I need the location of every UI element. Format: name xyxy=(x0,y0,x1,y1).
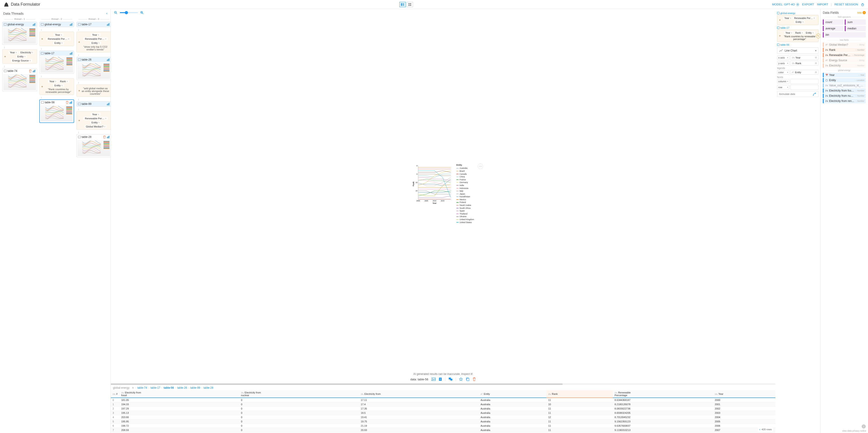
anchor-link[interactable]: table-17 xyxy=(777,26,818,29)
zoom-slider[interactable] xyxy=(120,12,138,13)
prompt-node[interactable]: ✦Year ×Renewable Per… ×Entity × xyxy=(39,32,74,46)
column-header[interactable]: 1²₃Electricity from xyxy=(359,390,479,398)
table-row[interactable]: 1194.33017.4Australia108.21801350782001 xyxy=(111,402,775,407)
encoding-chip[interactable]: Year × xyxy=(91,33,100,36)
encoding-chip[interactable]: Entity × xyxy=(90,121,101,124)
encoding-chip[interactable]: Year × xyxy=(783,17,792,20)
remove-chip-button[interactable]: × xyxy=(55,80,56,83)
column-header[interactable]: 1²₃Rank xyxy=(546,390,613,398)
table-node[interactable]: global-energy+ xyxy=(2,22,37,45)
table-tab[interactable]: table-17 xyxy=(151,386,160,390)
table-node[interactable]: table-17+ xyxy=(76,22,111,27)
row-encoding[interactable]: row▾ xyxy=(777,85,818,90)
horizontal-scrollbar[interactable] xyxy=(111,383,775,385)
encoding-chip[interactable]: Electricity × xyxy=(19,51,35,54)
grid-view-toggle[interactable] xyxy=(407,2,413,7)
delete-node-button[interactable] xyxy=(103,135,106,138)
column-header[interactable]: 1²₃Electricity fromfossil xyxy=(119,390,239,398)
x-axis-encoding[interactable]: x-axis▾ 1²₃Year⊗ xyxy=(777,55,818,60)
column-header[interactable]: 1²₃Electricity fromnuclear xyxy=(239,390,359,398)
encoding-chip[interactable]: Entity × xyxy=(90,41,101,44)
create-chart-button[interactable]: + xyxy=(33,70,35,72)
table-row[interactable]: 0181.05017.11Australia118.63443681872000 xyxy=(111,398,775,402)
favorite-button[interactable] xyxy=(459,377,463,381)
encoding-chip[interactable]: Rank × xyxy=(59,80,69,83)
encoding-chip[interactable]: Entity × xyxy=(805,31,815,34)
remove-chip-button[interactable]: × xyxy=(61,42,63,44)
field-pill[interactable]: ◯Entity-- Location xyxy=(823,78,866,83)
column-header[interactable]: 1²₃RenewablePercentage xyxy=(613,390,713,398)
remove-chip-button[interactable]: × xyxy=(98,113,99,116)
remove-chip-button[interactable]: × xyxy=(104,125,105,128)
table-row[interactable]: 7208.59020.93Australia119.11903102132007 xyxy=(111,428,775,432)
remove-chip-button[interactable]: × xyxy=(24,55,26,58)
table-node[interactable]: table-26+ xyxy=(76,57,111,80)
table-node[interactable]: table-17+ xyxy=(39,51,74,74)
field-operator[interactable]: average xyxy=(823,26,844,31)
field-pill[interactable]: 1²₃Electricity from nuclear (T…-- Number xyxy=(823,94,866,98)
table-tab[interactable]: table-74 xyxy=(137,386,147,390)
table-node[interactable]: table-28+ xyxy=(76,134,111,157)
field-pill[interactable]: 1²₃Renewable Percentage-- Percentage xyxy=(823,53,866,57)
formulate-button[interactable] xyxy=(813,92,816,96)
column-encoding[interactable]: column▾ xyxy=(777,79,818,84)
data-table[interactable]: 1²₃#1²₃Electricity fromfossil1²₃Electric… xyxy=(111,390,775,433)
table-node[interactable]: global-energy+ xyxy=(39,22,74,27)
table-tab[interactable]: table-99 xyxy=(190,386,200,390)
field-operator[interactable]: sum xyxy=(845,20,866,25)
encoding-chip[interactable]: Renewable Per… × xyxy=(84,37,107,40)
remove-chip-button[interactable]: × xyxy=(98,42,100,44)
table-row[interactable]: 2197.29017.35Australia118.08330227362002 xyxy=(111,407,775,411)
table-tab[interactable]: table-28 xyxy=(204,386,213,390)
y-axis-encoding[interactable]: y-axis▾ 1²₃Rank⊗ xyxy=(777,61,818,65)
remove-chip-button[interactable]: × xyxy=(32,51,33,54)
create-chart-button[interactable]: + xyxy=(107,23,110,26)
export-button[interactable]: EXPORT xyxy=(802,3,814,6)
field-pill[interactable]: 1²₃Electricity from renewables …-- Numbe… xyxy=(823,99,866,103)
encoding-chip[interactable]: Renewable Per… × xyxy=(793,17,816,20)
remove-chip-button[interactable]: × xyxy=(98,121,100,124)
remove-chip-button[interactable]: × xyxy=(105,117,106,120)
info-button[interactable]: i xyxy=(862,425,866,429)
table-row[interactable]: 4203.66019.41Australia128.70130452322004 xyxy=(111,415,775,420)
column-header[interactable]: 1²₃Year xyxy=(713,390,775,398)
formulate-input[interactable] xyxy=(779,93,813,95)
list-view-toggle[interactable] xyxy=(399,2,406,7)
create-chart-button[interactable]: + xyxy=(70,52,72,55)
delete-node-button[interactable] xyxy=(66,101,68,104)
encoding-chip[interactable]: Renewable Per… × xyxy=(84,117,107,120)
encoding-chip[interactable]: Rank × xyxy=(794,31,804,34)
delete-chart-button[interactable] xyxy=(473,377,476,381)
clear-y-button[interactable]: ⊗ xyxy=(815,62,817,65)
field-pill[interactable]: 1²₃Value_co2_emissions_kt_by… xyxy=(823,83,866,88)
encoding-chip[interactable]: Renewable Per… × xyxy=(46,37,70,40)
column-header[interactable]: AᵇEntity xyxy=(479,390,546,398)
field-pill[interactable]: AᵇGlobal Median?-- String xyxy=(823,42,866,47)
remove-chip-button[interactable]: × xyxy=(61,84,63,87)
encoding-chip[interactable]: Entity × xyxy=(53,84,64,87)
create-chart-button[interactable]: + xyxy=(33,23,35,26)
color-encoding[interactable]: color▾ AᵇEntity⊗ xyxy=(777,70,818,74)
chart-more-button[interactable]: ⋯ xyxy=(477,164,483,169)
remove-chip-button[interactable]: × xyxy=(16,51,17,54)
prompt-node[interactable]: ✦Year ×Electricity ×Entity ×Energy Sourc… xyxy=(2,49,37,64)
prompt-node[interactable]: ✦"add global median as an entity alongsi… xyxy=(76,85,111,97)
remove-chip-button[interactable]: × xyxy=(98,34,99,36)
create-chart-button[interactable]: + xyxy=(107,102,110,105)
encoding-chip[interactable]: Year × xyxy=(91,113,100,116)
field-operator[interactable]: median xyxy=(845,26,866,31)
table-row[interactable]: 8211.06018.49Australia128.05489000762008 xyxy=(111,432,775,433)
field-pill[interactable]: 1²₃Electricity from fossil fuels (…-- Nu… xyxy=(823,88,866,93)
zoom-in-button[interactable] xyxy=(140,11,144,14)
field-pill[interactable]: 📅Year-- Year xyxy=(823,73,866,77)
create-chart-button[interactable]: + xyxy=(70,23,72,26)
encoding-chip[interactable]: Year × xyxy=(54,33,63,36)
reset-session-button[interactable]: RESET SESSION xyxy=(834,3,858,6)
view-image-button[interactable] xyxy=(432,378,436,381)
prompt-node[interactable]: ✦Year ×Renewable Per… ×Entity ×Global Me… xyxy=(76,111,111,130)
model-selector[interactable]: MODEL: GPT-4O xyxy=(772,3,799,6)
field-operator[interactable]: bin xyxy=(823,32,866,37)
remove-chip-button[interactable]: × xyxy=(105,38,106,40)
remove-chip-button[interactable]: × xyxy=(61,34,62,36)
zoom-out-button[interactable] xyxy=(114,11,118,14)
